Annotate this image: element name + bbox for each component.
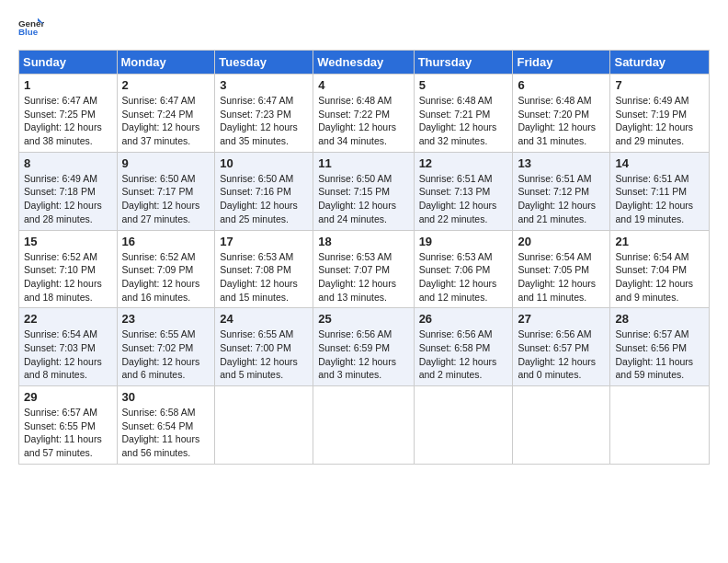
- day-info: Sunrise: 6:57 AM Sunset: 6:56 PM Dayligh…: [615, 327, 704, 382]
- svg-text:Blue: Blue: [18, 27, 39, 37]
- day-number: 4: [318, 78, 408, 92]
- calendar-cell: 1Sunrise: 6:47 AM Sunset: 7:25 PM Daylig…: [19, 75, 118, 153]
- header: General Blue: [18, 15, 710, 40]
- day-info: Sunrise: 6:51 AM Sunset: 7:11 PM Dayligh…: [615, 172, 704, 226]
- day-info: Sunrise: 6:47 AM Sunset: 7:25 PM Dayligh…: [24, 94, 112, 148]
- calendar-cell: 19Sunrise: 6:53 AM Sunset: 7:06 PM Dayli…: [414, 230, 513, 308]
- calendar-cell: 22Sunrise: 6:54 AM Sunset: 7:03 PM Dayli…: [19, 308, 118, 386]
- day-number: 16: [122, 235, 210, 248]
- day-info: Sunrise: 6:48 AM Sunset: 7:21 PM Dayligh…: [419, 94, 508, 148]
- calendar-col-header: Friday: [513, 51, 610, 75]
- calendar-cell: 26Sunrise: 6:56 AM Sunset: 6:58 PM Dayli…: [414, 308, 513, 386]
- day-number: 25: [318, 312, 408, 326]
- day-number: 18: [318, 235, 408, 248]
- day-number: 20: [518, 235, 605, 248]
- day-number: 2: [122, 78, 210, 92]
- day-number: 8: [24, 156, 112, 170]
- day-info: Sunrise: 6:56 AM Sunset: 6:58 PM Dayligh…: [419, 327, 508, 382]
- day-info: Sunrise: 6:51 AM Sunset: 7:13 PM Dayligh…: [419, 172, 508, 226]
- calendar-cell: 11Sunrise: 6:50 AM Sunset: 7:15 PM Dayli…: [313, 152, 414, 230]
- day-info: Sunrise: 6:49 AM Sunset: 7:18 PM Dayligh…: [24, 172, 112, 226]
- calendar-cell: 30Sunrise: 6:58 AM Sunset: 6:54 PM Dayli…: [117, 386, 215, 465]
- day-number: 28: [615, 312, 704, 326]
- day-number: 15: [24, 235, 112, 248]
- calendar-col-header: Thursday: [414, 51, 513, 75]
- calendar-cell: 15Sunrise: 6:52 AM Sunset: 7:10 PM Dayli…: [19, 230, 118, 308]
- day-number: 9: [122, 156, 210, 170]
- day-number: 6: [518, 78, 605, 92]
- calendar-cell: 2Sunrise: 6:47 AM Sunset: 7:24 PM Daylig…: [117, 75, 215, 153]
- calendar-cell: 12Sunrise: 6:51 AM Sunset: 7:13 PM Dayli…: [414, 152, 513, 230]
- calendar-cell: 25Sunrise: 6:56 AM Sunset: 6:59 PM Dayli…: [313, 308, 414, 386]
- day-info: Sunrise: 6:51 AM Sunset: 7:12 PM Dayligh…: [518, 172, 605, 226]
- calendar-cell: 16Sunrise: 6:52 AM Sunset: 7:09 PM Dayli…: [117, 230, 215, 308]
- calendar-cell: [215, 386, 313, 465]
- calendar-cell: 18Sunrise: 6:53 AM Sunset: 7:07 PM Dayli…: [313, 230, 414, 308]
- day-number: 3: [220, 78, 308, 92]
- day-info: Sunrise: 6:55 AM Sunset: 7:00 PM Dayligh…: [220, 327, 308, 382]
- calendar-col-header: Wednesday: [313, 51, 414, 75]
- calendar-cell: 8Sunrise: 6:49 AM Sunset: 7:18 PM Daylig…: [19, 152, 118, 230]
- calendar-cell: 9Sunrise: 6:50 AM Sunset: 7:17 PM Daylig…: [117, 152, 215, 230]
- day-number: 5: [419, 78, 508, 92]
- day-info: Sunrise: 6:50 AM Sunset: 7:16 PM Dayligh…: [220, 172, 308, 226]
- day-info: Sunrise: 6:55 AM Sunset: 7:02 PM Dayligh…: [122, 327, 210, 382]
- day-number: 12: [419, 156, 508, 170]
- day-info: Sunrise: 6:53 AM Sunset: 7:07 PM Dayligh…: [318, 250, 408, 304]
- day-info: Sunrise: 6:50 AM Sunset: 7:17 PM Dayligh…: [122, 172, 210, 226]
- day-number: 10: [220, 156, 308, 170]
- calendar-cell: 7Sunrise: 6:49 AM Sunset: 7:19 PM Daylig…: [610, 75, 710, 153]
- day-info: Sunrise: 6:53 AM Sunset: 7:06 PM Dayligh…: [419, 250, 508, 304]
- day-number: 19: [419, 235, 508, 248]
- calendar-cell: [513, 386, 610, 465]
- logo: General Blue: [18, 15, 48, 40]
- day-number: 14: [615, 156, 704, 170]
- calendar-cell: 28Sunrise: 6:57 AM Sunset: 6:56 PM Dayli…: [610, 308, 710, 386]
- day-info: Sunrise: 6:56 AM Sunset: 6:57 PM Dayligh…: [518, 327, 605, 382]
- calendar-week-row: 29Sunrise: 6:57 AM Sunset: 6:55 PM Dayli…: [19, 386, 710, 465]
- day-number: 13: [518, 156, 605, 170]
- calendar-cell: 27Sunrise: 6:56 AM Sunset: 6:57 PM Dayli…: [513, 308, 610, 386]
- calendar-cell: 21Sunrise: 6:54 AM Sunset: 7:04 PM Dayli…: [610, 230, 710, 308]
- calendar-cell: 3Sunrise: 6:47 AM Sunset: 7:23 PM Daylig…: [215, 75, 313, 153]
- day-info: Sunrise: 6:53 AM Sunset: 7:08 PM Dayligh…: [220, 250, 308, 304]
- day-info: Sunrise: 6:54 AM Sunset: 7:05 PM Dayligh…: [518, 250, 605, 304]
- day-number: 7: [615, 78, 704, 92]
- calendar-cell: 4Sunrise: 6:48 AM Sunset: 7:22 PM Daylig…: [313, 75, 414, 153]
- calendar-cell: 5Sunrise: 6:48 AM Sunset: 7:21 PM Daylig…: [414, 75, 513, 153]
- day-info: Sunrise: 6:50 AM Sunset: 7:15 PM Dayligh…: [318, 172, 408, 226]
- page: General Blue SundayMondayTuesdayWednesda…: [0, 0, 728, 563]
- calendar-week-row: 22Sunrise: 6:54 AM Sunset: 7:03 PM Dayli…: [19, 308, 710, 386]
- calendar-body: 1Sunrise: 6:47 AM Sunset: 7:25 PM Daylig…: [19, 75, 710, 465]
- calendar-cell: [610, 386, 710, 465]
- calendar-table: SundayMondayTuesdayWednesdayThursdayFrid…: [18, 50, 710, 465]
- day-info: Sunrise: 6:47 AM Sunset: 7:24 PM Dayligh…: [122, 94, 210, 148]
- calendar-cell: [414, 386, 513, 465]
- logo-icon: General Blue: [18, 15, 44, 40]
- calendar-cell: 13Sunrise: 6:51 AM Sunset: 7:12 PM Dayli…: [513, 152, 610, 230]
- calendar-col-header: Monday: [117, 51, 215, 75]
- day-info: Sunrise: 6:49 AM Sunset: 7:19 PM Dayligh…: [615, 94, 704, 148]
- calendar-cell: 23Sunrise: 6:55 AM Sunset: 7:02 PM Dayli…: [117, 308, 215, 386]
- calendar-cell: 6Sunrise: 6:48 AM Sunset: 7:20 PM Daylig…: [513, 75, 610, 153]
- day-number: 17: [220, 235, 308, 248]
- calendar-cell: 10Sunrise: 6:50 AM Sunset: 7:16 PM Dayli…: [215, 152, 313, 230]
- day-number: 29: [24, 390, 112, 404]
- calendar-cell: [313, 386, 414, 465]
- calendar-week-row: 8Sunrise: 6:49 AM Sunset: 7:18 PM Daylig…: [19, 152, 710, 230]
- calendar-week-row: 15Sunrise: 6:52 AM Sunset: 7:10 PM Dayli…: [19, 230, 710, 308]
- day-info: Sunrise: 6:48 AM Sunset: 7:22 PM Dayligh…: [318, 94, 408, 148]
- day-info: Sunrise: 6:52 AM Sunset: 7:10 PM Dayligh…: [24, 250, 112, 304]
- day-info: Sunrise: 6:52 AM Sunset: 7:09 PM Dayligh…: [122, 250, 210, 304]
- calendar-col-header: Sunday: [19, 51, 118, 75]
- calendar-header-row: SundayMondayTuesdayWednesdayThursdayFrid…: [19, 51, 710, 75]
- calendar-cell: 14Sunrise: 6:51 AM Sunset: 7:11 PM Dayli…: [610, 152, 710, 230]
- day-info: Sunrise: 6:58 AM Sunset: 6:54 PM Dayligh…: [122, 406, 210, 460]
- day-number: 30: [122, 390, 210, 404]
- day-number: 22: [24, 312, 112, 326]
- day-info: Sunrise: 6:56 AM Sunset: 6:59 PM Dayligh…: [318, 327, 408, 382]
- calendar-week-row: 1Sunrise: 6:47 AM Sunset: 7:25 PM Daylig…: [19, 75, 710, 153]
- day-number: 11: [318, 156, 408, 170]
- calendar-cell: 24Sunrise: 6:55 AM Sunset: 7:00 PM Dayli…: [215, 308, 313, 386]
- day-info: Sunrise: 6:48 AM Sunset: 7:20 PM Dayligh…: [518, 94, 605, 148]
